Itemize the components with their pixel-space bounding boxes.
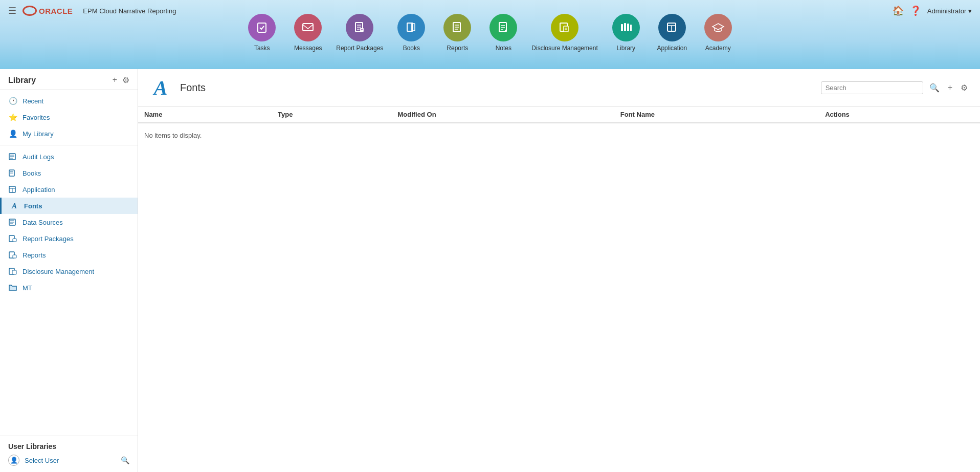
hamburger-menu-icon[interactable]: ☰ xyxy=(8,5,16,16)
fonts-big-icon: A xyxy=(148,75,173,100)
sidebar-item-label-reports: Reports xyxy=(23,251,46,259)
top-bar: ☰ ORACLE EPM Cloud Narrative Reporting T… xyxy=(0,0,980,69)
sidebar-item-label-fonts: Fonts xyxy=(24,202,42,210)
content-area: A Fonts 🔍 + ⚙ Name Type Modified On Font… xyxy=(138,69,980,472)
table-header: Name Type Modified On Font Name Actions xyxy=(138,106,980,123)
svg-rect-48 xyxy=(13,255,16,258)
sidebar-item-label-application: Application xyxy=(23,186,55,194)
sidebar-item-application[interactable]: Application xyxy=(0,181,138,198)
svg-rect-1 xyxy=(303,24,313,31)
sidebar-item-recent[interactable]: 🕐 Recent xyxy=(0,93,138,109)
my-library-icon: 👤 xyxy=(8,129,17,138)
svg-rect-24 xyxy=(624,23,626,31)
svg-rect-46 xyxy=(13,239,16,242)
svg-rect-0 xyxy=(258,23,266,32)
admin-user-label[interactable]: Administrator ▾ xyxy=(927,7,972,15)
nav-item-messages[interactable]: Messages xyxy=(290,14,326,52)
col-font-name: Font Name xyxy=(614,106,819,123)
content-search-button[interactable]: 🔍 xyxy=(927,82,942,94)
sidebar-item-reports[interactable]: Reports xyxy=(0,247,138,263)
recent-icon: 🕐 xyxy=(8,96,17,105)
app-title: EPM Cloud Narrative Reporting xyxy=(83,7,176,15)
home-icon[interactable]: 🏠 xyxy=(893,5,904,16)
sidebar-item-fonts[interactable]: A Fonts xyxy=(0,198,138,214)
sidebar-item-report-packages[interactable]: Report Packages xyxy=(0,230,138,247)
sidebar-item-mt[interactable]: MT xyxy=(0,280,138,296)
mt-folder-icon xyxy=(8,283,17,292)
sidebar-header: Library + ⚙ xyxy=(0,69,138,90)
nav-item-tasks[interactable]: Tasks xyxy=(244,14,280,52)
sidebar-item-label-report-packages: Report Packages xyxy=(23,235,74,243)
audit-logs-icon xyxy=(8,152,17,161)
reports-sidebar-icon xyxy=(8,250,17,260)
user-libraries-title: User Libraries xyxy=(8,442,129,450)
table-body: No items to display. xyxy=(138,123,980,147)
fonts-sidebar-icon: A xyxy=(10,201,19,210)
sidebar-item-disclosure-management[interactable]: Disclosure Management xyxy=(0,263,138,280)
sidebar-item-audit-logs[interactable]: Audit Logs xyxy=(0,148,138,165)
sidebar-item-my-library[interactable]: 👤 My Library xyxy=(0,125,138,142)
fonts-table: Name Type Modified On Font Name Actions … xyxy=(138,106,980,147)
svg-rect-26 xyxy=(630,25,632,31)
col-name: Name xyxy=(138,106,272,123)
oracle-logo: ORACLE xyxy=(23,6,73,16)
nav-item-report-packages[interactable]: Report Packages xyxy=(336,14,383,52)
nav-circle-tasks xyxy=(248,14,276,41)
content-header-left: A Fonts xyxy=(148,75,206,100)
nav-item-books[interactable]: Books xyxy=(393,14,429,52)
sidebar-add-button[interactable]: + xyxy=(113,75,117,85)
sidebar-divider-1 xyxy=(0,145,138,145)
sidebar-item-data-sources[interactable]: Data Sources xyxy=(0,214,138,230)
help-icon[interactable]: ❓ xyxy=(910,5,921,16)
sidebar-footer: User Libraries 👤 Select User 🔍 xyxy=(0,436,138,472)
content-settings-button[interactable]: ⚙ xyxy=(959,82,970,94)
nav-circle-notes xyxy=(489,14,517,41)
books-sidebar-icon xyxy=(8,168,17,178)
top-bar-right: 🏠 ❓ Administrator ▾ xyxy=(893,5,972,16)
nav-circle-academy xyxy=(704,14,732,41)
nav-label-books: Books xyxy=(403,45,420,52)
nav-label-application: Application xyxy=(657,45,687,52)
sidebar-item-books[interactable]: Books xyxy=(0,165,138,181)
disclosure-management-sidebar-icon xyxy=(8,267,17,276)
select-user-row: 👤 Select User 🔍 xyxy=(8,455,129,466)
nav-label-messages: Messages xyxy=(294,45,322,52)
sidebar: Library + ⚙ 🕐 Recent ⭐ Favorites 👤 My Li… xyxy=(0,69,138,472)
sidebar-item-favorites[interactable]: ⭐ Favorites xyxy=(0,109,138,125)
nav-item-library[interactable]: Library xyxy=(608,14,644,52)
sidebar-items: 🕐 Recent ⭐ Favorites 👤 My Library Audit … xyxy=(0,90,138,436)
empty-row: No items to display. xyxy=(138,123,980,147)
user-library-search-icon[interactable]: 🔍 xyxy=(121,456,129,464)
svg-rect-50 xyxy=(12,270,16,274)
empty-message: No items to display. xyxy=(138,123,980,147)
nav-item-reports[interactable]: Reports xyxy=(439,14,475,52)
svg-rect-25 xyxy=(627,24,629,31)
sidebar-item-label-audit-logs: Audit Logs xyxy=(23,153,54,161)
oracle-wordmark: ORACLE xyxy=(39,7,73,15)
nav-item-academy[interactable]: Academy xyxy=(700,14,736,52)
nav-item-notes[interactable]: Notes xyxy=(485,14,521,52)
sidebar-settings-button[interactable]: ⚙ xyxy=(122,75,129,85)
content-title: Fonts xyxy=(180,82,206,94)
nav-label-library: Library xyxy=(616,45,635,52)
nav-item-application[interactable]: Application xyxy=(654,14,690,52)
oracle-ellipse xyxy=(23,6,37,16)
nav-icons: Tasks Messages Report Packages Books xyxy=(8,14,972,56)
nav-circle-report-packages xyxy=(346,14,373,41)
select-user-text[interactable]: Select User xyxy=(25,457,116,464)
content-header: A Fonts 🔍 + ⚙ xyxy=(138,69,980,106)
nav-label-academy: Academy xyxy=(705,45,731,52)
content-add-button[interactable]: + xyxy=(946,82,954,93)
sidebar-item-label-my-library: My Library xyxy=(23,130,54,138)
nav-circle-disclosure-management xyxy=(551,14,578,41)
sidebar-item-label-recent: Recent xyxy=(23,97,43,105)
content-search-input[interactable] xyxy=(821,81,923,94)
sidebar-header-icons: + ⚙ xyxy=(113,75,129,85)
nav-label-report-packages: Report Packages xyxy=(336,45,383,52)
svg-rect-23 xyxy=(621,24,623,31)
nav-item-disclosure-management[interactable]: Disclosure Management xyxy=(531,14,597,52)
svg-rect-20 xyxy=(564,26,568,32)
col-actions: Actions xyxy=(819,106,980,123)
report-packages-sidebar-icon xyxy=(8,234,17,243)
sidebar-item-label-data-sources: Data Sources xyxy=(23,219,63,226)
